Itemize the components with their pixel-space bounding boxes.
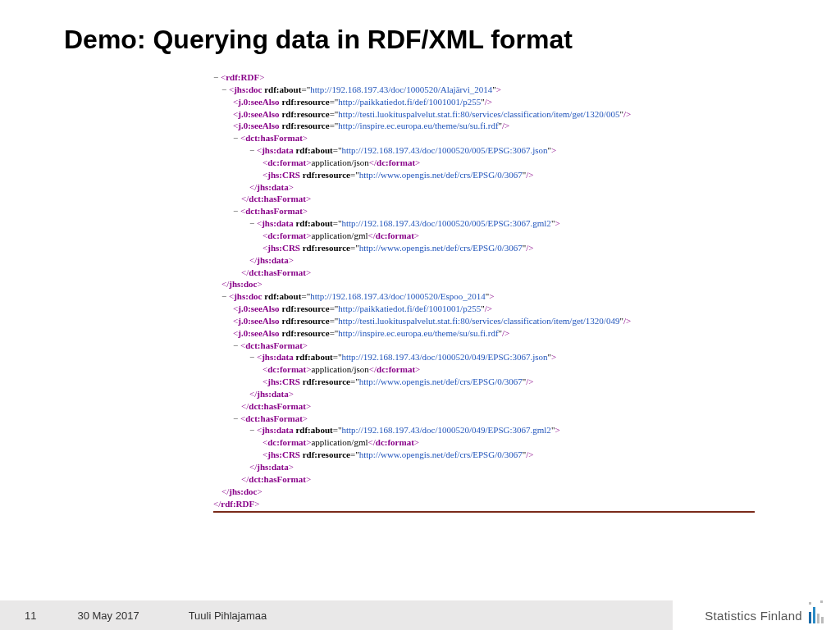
footer-author: Tuuli Pihlajamaa [189,609,267,622]
statistics-finland-logo: Statistics Finland [705,607,824,623]
page-number: 11 [25,609,36,622]
logo-bars-icon [809,607,824,623]
xml-code-block: − <rdf:RDF>− <jhs:doc rdf:about="http://… [213,71,755,513]
footer-bar: 11 30 May 2017 Tuuli Pihlajamaa [0,600,673,630]
page-title: Demo: Querying data in RDF/XML format [0,0,840,55]
logo-text: Statistics Finland [705,609,802,623]
footer-date: 30 May 2017 [77,609,139,622]
